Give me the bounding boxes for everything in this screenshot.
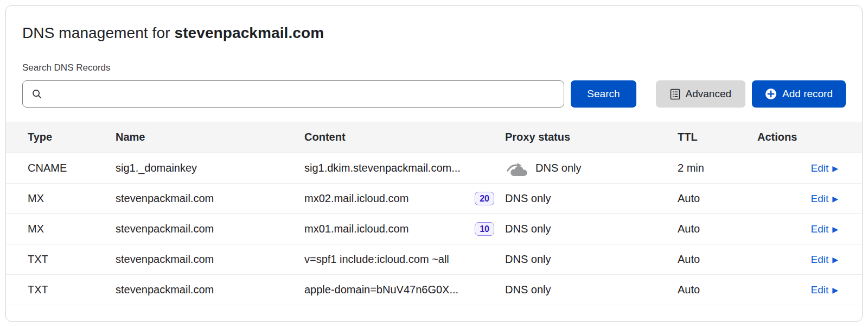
table-header-row: Type Name Content Proxy status TTL Actio… (6, 122, 862, 153)
edit-record-link[interactable]: Edit▶ (810, 284, 838, 296)
column-header-actions: Actions (757, 131, 838, 143)
proxy-status-value: DNS only (505, 253, 551, 266)
column-header-name: Name (116, 131, 304, 143)
record-name: stevenpackmail.com (116, 223, 304, 235)
record-ttl: 2 min (678, 162, 757, 174)
edit-record-link[interactable]: Edit▶ (810, 162, 838, 174)
record-name: stevenpackmail.com (116, 192, 304, 205)
search-icon (31, 89, 42, 99)
chevron-right-icon: ▶ (832, 165, 838, 172)
proxy-status-value: DNS only (505, 284, 551, 296)
record-type: MX (28, 223, 116, 235)
dns-records-table: Type Name Content Proxy status TTL Actio… (6, 122, 862, 305)
advanced-button[interactable]: Advanced (656, 80, 746, 108)
record-content: sig1.dkim.stevenpackmail.com... (304, 162, 461, 174)
dns-management-card: DNS management for stevenpackmail.com Se… (5, 5, 863, 322)
add-record-button[interactable]: Add record (752, 80, 846, 108)
card-top-section: DNS management for stevenpackmail.com Se… (6, 6, 862, 108)
proxy-status-value: DNS only (505, 192, 551, 205)
edit-record-link[interactable]: Edit▶ (810, 223, 838, 235)
table-row: MX stevenpackmail.com mx02.mail.icloud.c… (6, 184, 862, 214)
record-content: v=spf1 include:icloud.com ~all (304, 253, 449, 266)
chevron-right-icon: ▶ (832, 225, 838, 233)
edit-record-link[interactable]: Edit▶ (810, 193, 838, 205)
page-title: DNS management for stevenpackmail.com (22, 24, 846, 42)
chevron-right-icon: ▶ (832, 195, 838, 203)
chevron-right-icon: ▶ (832, 286, 838, 294)
edit-record-link[interactable]: Edit▶ (810, 254, 838, 266)
record-type: TXT (28, 284, 116, 296)
record-type: TXT (28, 253, 116, 266)
table-row: TXT stevenpackmail.com v=spf1 include:ic… (6, 244, 862, 275)
record-name: sig1._domainkey (116, 162, 304, 174)
proxy-status-value: DNS only (505, 223, 551, 235)
record-ttl: Auto (678, 223, 757, 235)
record-name: stevenpackmail.com (116, 253, 304, 266)
dns-only-cloud-icon (505, 160, 529, 177)
table-row: TXT stevenpackmail.com apple-domain=bNuV… (6, 275, 862, 305)
record-ttl: Auto (678, 284, 757, 296)
column-header-proxy-status: Proxy status (505, 131, 678, 143)
list-document-icon (670, 89, 680, 100)
mx-priority-badge: 20 (475, 192, 494, 205)
page-title-prefix: DNS management for (22, 24, 174, 41)
column-header-type: Type (28, 131, 116, 143)
plus-circle-icon (765, 88, 777, 100)
record-type: MX (28, 192, 116, 205)
mx-priority-badge: 10 (475, 222, 494, 236)
search-controls-row: Search Advanced (22, 80, 846, 108)
search-input[interactable] (48, 87, 556, 100)
column-header-ttl: TTL (678, 131, 757, 143)
record-ttl: Auto (678, 192, 757, 205)
chevron-right-icon: ▶ (832, 256, 838, 263)
table-row: CNAME sig1._domainkey sig1.dkim.stevenpa… (6, 153, 862, 184)
record-content: mx01.mail.icloud.com (304, 223, 409, 235)
record-type: CNAME (28, 162, 116, 174)
column-header-content: Content (304, 131, 505, 143)
record-content: mx02.mail.icloud.com (304, 192, 409, 205)
record-name: stevenpackmail.com (116, 284, 304, 296)
search-input-box[interactable] (22, 80, 564, 108)
table-row: MX stevenpackmail.com mx01.mail.icloud.c… (6, 214, 862, 244)
page-title-domain: stevenpackmail.com (174, 24, 324, 41)
proxy-status-value: DNS only (535, 162, 581, 174)
record-content: apple-domain=bNuV47n6G0X... (304, 284, 458, 296)
record-ttl: Auto (678, 253, 757, 266)
advanced-button-label: Advanced (686, 88, 732, 100)
add-record-button-label: Add record (782, 88, 833, 100)
search-records-label: Search DNS Records (22, 62, 846, 73)
search-button[interactable]: Search (571, 80, 636, 108)
